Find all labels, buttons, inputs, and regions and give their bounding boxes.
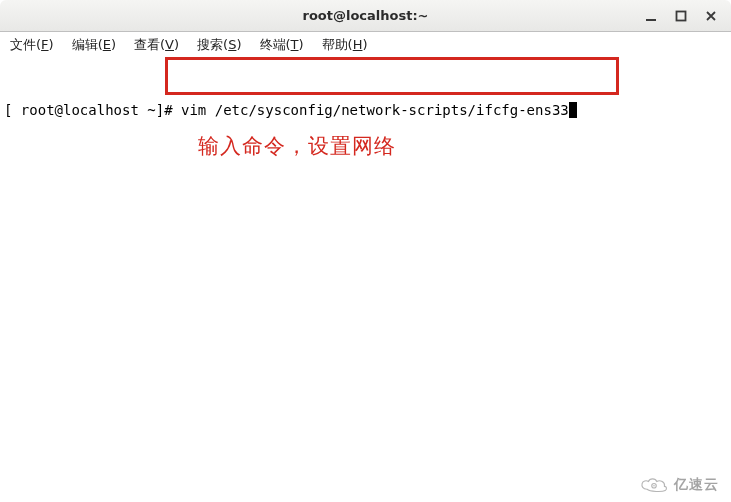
window-title: root@localhost:~ xyxy=(0,8,731,23)
terminal-line: [ root@localhost ~]# vim /etc/sysconfig/… xyxy=(4,100,727,120)
shell-prompt: [ root@localhost ~]# xyxy=(4,100,181,120)
menubar: 文件(F) 编辑(E) 查看(V) 搜索(S) 终端(T) 帮助(H) xyxy=(0,32,731,58)
menu-view[interactable]: 查看(V) xyxy=(130,34,183,56)
menu-edit[interactable]: 编辑(E) xyxy=(68,34,120,56)
annotation-text: 输入命令，设置网络 xyxy=(198,132,396,160)
close-button[interactable] xyxy=(705,10,717,22)
svg-rect-1 xyxy=(677,11,686,20)
minimize-button[interactable] xyxy=(645,10,657,22)
window-controls xyxy=(645,10,731,22)
svg-point-3 xyxy=(653,485,655,487)
menu-file[interactable]: 文件(F) xyxy=(6,34,58,56)
watermark: 亿速云 xyxy=(640,476,719,494)
maximize-button[interactable] xyxy=(675,10,687,22)
window-titlebar: root@localhost:~ xyxy=(0,0,731,32)
watermark-text: 亿速云 xyxy=(674,476,719,494)
terminal-cursor xyxy=(569,102,577,118)
menu-terminal[interactable]: 终端(T) xyxy=(256,34,308,56)
menu-search[interactable]: 搜索(S) xyxy=(193,34,245,56)
menu-help[interactable]: 帮助(H) xyxy=(318,34,372,56)
terminal-viewport[interactable]: [ root@localhost ~]# vim /etc/sysconfig/… xyxy=(0,58,731,142)
shell-command: vim /etc/sysconfig/network-scripts/ifcfg… xyxy=(181,100,569,120)
watermark-logo-icon xyxy=(640,476,668,494)
svg-rect-0 xyxy=(646,19,656,21)
